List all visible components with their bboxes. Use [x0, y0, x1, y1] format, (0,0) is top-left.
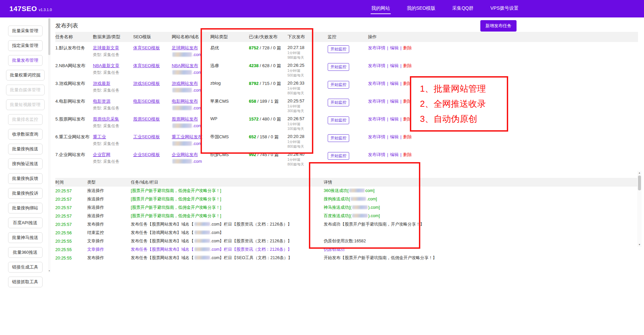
start-monitor-button[interactable]: 开始监控: [328, 116, 349, 124]
log-task: 发布任务【股票网站发布】域名【.com】栏目【股票资讯（文档：2126条）】: [131, 220, 324, 229]
add-publish-task-button[interactable]: 新增发布任务: [480, 20, 517, 32]
sidebar-scrollbar-thumb[interactable]: [48, 18, 50, 55]
seo-template-link[interactable]: 企业SEO模板: [133, 152, 160, 157]
publish-detail-link[interactable]: 发布详情: [368, 152, 385, 157]
sidebar-item[interactable]: 搜狗验证推送: [8, 158, 43, 169]
log-table: 时间 类型 任务/域名/栏目 详情 20:25:57推送操作[股票开户新手避坑指…: [55, 178, 638, 262]
seo-template-link[interactable]: 工业SEO模板: [133, 134, 160, 139]
source-link[interactable]: 电影资源: [93, 99, 110, 104]
row-actions: 发布详情|编辑|删除: [368, 131, 423, 149]
scroll-up-arrow-icon[interactable]: ▲: [637, 171, 642, 175]
delete-link[interactable]: 删除: [403, 152, 412, 157]
edit-link[interactable]: 编辑: [390, 81, 398, 86]
sidebar-item: 批量排名监控: [8, 114, 43, 125]
edit-link[interactable]: 编辑: [390, 116, 398, 122]
sidebar-item[interactable]: 批量发布管理: [8, 55, 43, 66]
sidebar-item[interactable]: 批量搜狗推送: [8, 144, 43, 154]
sidebar-item[interactable]: 批量搜狗反馈: [8, 173, 43, 184]
nav-qq-group[interactable]: 采集QQ群: [451, 4, 474, 14]
site-name-link[interactable]: 股票网站发布: [172, 116, 198, 122]
seo-template-link[interactable]: 游戏SEO模板: [133, 81, 160, 86]
start-monitor-button[interactable]: 开始监控: [328, 81, 349, 89]
sidebar-item[interactable]: 链接抓取工具: [8, 277, 43, 287]
sidebar-item[interactable]: 指定采集管理: [8, 40, 43, 51]
log-row: 20:25:57推送操作[股票开户新手避坑指南，低佣金开户攻略分享！]百度推送成…: [55, 212, 638, 220]
publish-detail-link[interactable]: 发布详情: [368, 99, 385, 104]
edit-link[interactable]: 编辑: [390, 152, 398, 157]
seo-template-link[interactable]: 体育SEO模板: [133, 45, 160, 50]
source-type: 类型: 采集任务: [93, 70, 130, 76]
source-type: 类型: 采集任务: [93, 123, 130, 129]
seo-template-link[interactable]: 体育SEO模板: [133, 63, 160, 68]
publish-detail-link[interactable]: 发布详情: [368, 81, 385, 86]
sidebar-item[interactable]: 批量采集管理: [8, 26, 43, 36]
seo-template-link[interactable]: 股票SEO模板: [133, 116, 160, 122]
source-type: 类型: 采集任务: [93, 159, 130, 164]
source-link[interactable]: NBA最新文章: [93, 63, 119, 68]
edit-link[interactable]: 编辑: [390, 63, 398, 68]
sidebar-scrollbar[interactable]: ▼: [48, 18, 51, 273]
site-type: WP: [210, 113, 249, 131]
start-monitor-button[interactable]: 开始监控: [328, 63, 349, 71]
site-name-link[interactable]: 重工业网站发布: [172, 134, 202, 139]
publish-detail-link[interactable]: 发布详情: [368, 116, 385, 122]
log-task: [股票开户新手避坑指南，低佣金开户攻略分享！]: [131, 195, 324, 203]
site-name-link[interactable]: 电影网站发布: [172, 99, 198, 104]
start-monitor-button[interactable]: 开始监控: [328, 45, 349, 53]
start-monitor-button[interactable]: 开始监控: [328, 134, 349, 142]
sidebar-item[interactable]: 批量搜狗绑站: [8, 203, 43, 213]
edit-link[interactable]: 编辑: [390, 99, 398, 104]
publish-table-body: 1.默认发布任务足球最新文章类型: 采集任务体育SEO模板足球网站发布.com易…: [55, 42, 638, 166]
task-name: 2.NBA网站发布: [55, 60, 93, 78]
next-publish-time: 20:25:571分钟/篇300篇/每天: [287, 95, 328, 113]
site-name-link[interactable]: 企业网站发布: [172, 152, 198, 157]
site-name-link[interactable]: NBA网站发布: [172, 63, 198, 68]
delete-link[interactable]: 删除: [403, 45, 412, 50]
sidebar-item[interactable]: 百度API推送: [8, 218, 43, 228]
publish-row: 2.NBA网站发布NBA最新文章类型: 采集任务体育SEO模板NBA网站发布.c…: [55, 60, 638, 78]
publish-detail-link[interactable]: 发布详情: [368, 45, 385, 50]
edit-link[interactable]: 编辑: [390, 134, 398, 139]
log-type: 文章操作: [87, 237, 131, 245]
scroll-down-arrow-icon[interactable]: ▼: [637, 243, 642, 247]
sidebar-item[interactable]: 批量神马推送: [8, 232, 43, 243]
sidebar-item[interactable]: 批量权重词挖掘: [6, 70, 45, 81]
sidebar-item[interactable]: 收录数据查询: [8, 129, 43, 140]
log-scrollbar-thumb[interactable]: [638, 176, 641, 190]
scroll-down-arrow-icon[interactable]: ▼: [48, 269, 51, 273]
delete-link[interactable]: 删除: [403, 99, 412, 104]
source-link[interactable]: 股票信息采集: [93, 116, 119, 122]
site-domain: .com: [172, 141, 208, 146]
delete-link[interactable]: 删除: [403, 81, 412, 86]
log-scrollbar[interactable]: ▲ ▼: [637, 171, 642, 247]
sidebar-item[interactable]: 链接生成工具: [8, 262, 43, 273]
col-header-data-source: 数据来源/类型: [93, 32, 133, 42]
sidebar: 批量采集管理指定采集管理批量发布管理批量权重词挖掘批量自媒体管理批量短视频管理批…: [0, 17, 50, 274]
site-name-link[interactable]: 足球网站发布: [172, 45, 198, 50]
delete-link[interactable]: 删除: [403, 134, 412, 139]
edit-link[interactable]: 编辑: [390, 45, 398, 50]
source-link[interactable]: 企业官网: [93, 152, 110, 157]
nav-vps-dial-settings[interactable]: VPS拨号设置: [490, 4, 519, 14]
nav-my-sites[interactable]: 我的网站: [371, 4, 391, 14]
source-link[interactable]: 足球最新文章: [93, 45, 119, 50]
delete-link[interactable]: 删除: [403, 116, 412, 122]
log-time: 20:25:57: [55, 220, 87, 229]
log-detail: [324, 229, 638, 237]
start-monitor-button[interactable]: 开始监控: [328, 152, 349, 160]
publish-detail-link[interactable]: 发布详情: [368, 134, 385, 139]
publish-detail-link[interactable]: 发布详情: [368, 63, 385, 68]
seo-template-link[interactable]: 电影SEO模板: [133, 99, 160, 104]
nav-my-seo-templates[interactable]: 我的SEO模版: [406, 4, 436, 14]
source-link[interactable]: 重工业: [93, 134, 106, 139]
redacted-domain: [195, 231, 210, 234]
site-name-link[interactable]: 游戏网站发布: [172, 81, 198, 86]
log-task: 发布任务【游戏网站发布】域名【.com】: [131, 229, 324, 237]
sidebar-item[interactable]: 批量搜狗投诉: [8, 188, 43, 199]
source-link[interactable]: 游戏最新: [93, 81, 110, 86]
sidebar-item[interactable]: 批量360推送: [8, 247, 43, 258]
publish-counts: 8752 / 728 / 0 篇: [249, 42, 287, 60]
log-task: [股票开户新手避坑指南，低佣金开户攻略分享！]: [131, 212, 324, 220]
start-monitor-button[interactable]: 开始监控: [328, 99, 349, 106]
delete-link[interactable]: 删除: [403, 63, 412, 68]
